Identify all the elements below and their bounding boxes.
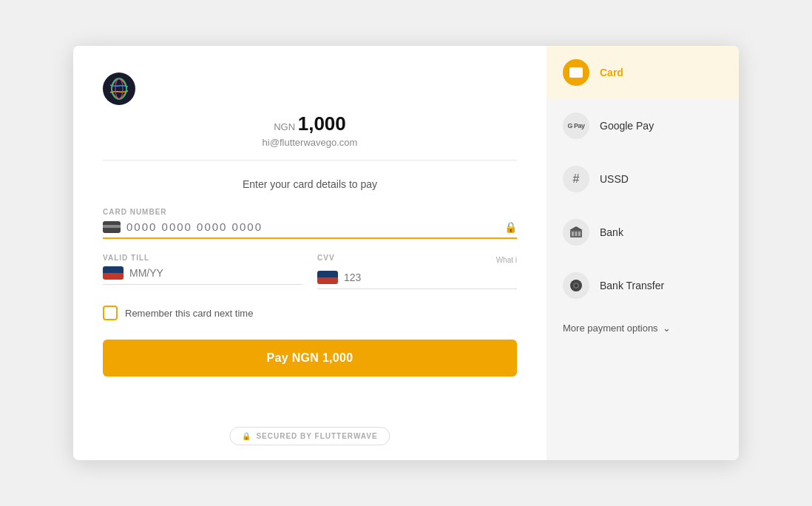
payer-email: hi@flutterwavego.com <box>103 137 517 148</box>
card-number-label: CARD NUMBER <box>103 208 517 216</box>
svg-rect-6 <box>569 70 583 72</box>
bank-option-icon <box>563 219 589 246</box>
cvv-group: CVV What i <box>317 254 517 289</box>
payment-option-card[interactable]: Card <box>547 46 739 99</box>
card-number-wrap: 🔒 <box>103 220 517 239</box>
card-flag-expiry <box>103 266 124 280</box>
card-form: CARD NUMBER 🔒 VALID TILL <box>103 208 517 377</box>
ussd-option-label: USSD <box>600 173 629 185</box>
more-options-label: More payment options <box>563 323 658 334</box>
hash-icon: # <box>573 172 580 186</box>
payment-option-google-pay[interactable]: G Pay Google Pay <box>547 99 739 152</box>
svg-point-0 <box>106 76 132 101</box>
logo-wrap <box>103 72 517 105</box>
pay-button[interactable]: Pay NGN 1,000 <box>103 340 517 377</box>
cvv-input[interactable] <box>344 271 517 283</box>
payment-option-ussd[interactable]: # USSD <box>547 152 739 206</box>
amount-area: NGN 1,000 hi@flutterwavego.com <box>103 112 517 161</box>
card-option-label: Card <box>600 67 623 78</box>
lock-secured-icon: 🔒 <box>242 432 251 440</box>
payment-option-bank-transfer[interactable]: Bank Transfer <box>547 259 739 312</box>
brand-logo <box>103 72 135 105</box>
card-option-icon <box>563 59 589 86</box>
expiry-input[interactable] <box>129 267 302 279</box>
valid-till-field-row <box>103 266 302 285</box>
card-number-input[interactable] <box>126 220 504 233</box>
bank-transfer-option-icon <box>563 272 589 299</box>
bank-option-label: Bank <box>600 226 623 238</box>
payment-option-bank[interactable]: Bank <box>547 206 739 259</box>
card-type-icon <box>103 221 121 233</box>
bank-transfer-option-label: Bank Transfer <box>600 280 664 291</box>
svg-rect-7 <box>571 74 575 75</box>
svg-rect-5 <box>569 67 583 78</box>
svg-point-15 <box>575 284 578 287</box>
expiry-cvv-row: VALID TILL CVV What i <box>103 254 517 289</box>
lock-icon: 🔒 <box>504 221 517 233</box>
what-is-this-link[interactable]: What i <box>496 256 517 264</box>
chevron-down-icon: ⌄ <box>663 323 671 334</box>
valid-till-group: VALID TILL <box>103 254 302 289</box>
svg-rect-10 <box>575 232 578 236</box>
header-area: NGN 1,000 hi@flutterwavego.com <box>103 72 517 172</box>
svg-rect-9 <box>572 232 574 236</box>
svg-marker-12 <box>569 226 583 230</box>
secured-footer: 🔒 SECURED BY FLUTTERWAVE <box>229 427 390 445</box>
google-pay-option-icon: G Pay <box>563 112 589 139</box>
secured-label: SECURED BY FLUTTERWAVE <box>256 432 377 440</box>
form-instruction: Enter your card details to pay <box>103 178 517 190</box>
cvv-field-row <box>317 271 517 289</box>
more-options[interactable]: More payment options ⌄ <box>547 312 739 344</box>
valid-till-label: VALID TILL <box>103 254 302 262</box>
left-panel: NGN 1,000 hi@flutterwavego.com Enter you… <box>73 46 547 460</box>
amount-display: NGN 1,000 <box>103 112 517 135</box>
remember-row: Remember this card next time <box>103 306 517 320</box>
cvv-label: CVV <box>317 254 335 262</box>
card-flag-cvv <box>317 271 338 284</box>
remember-checkbox[interactable] <box>103 306 118 320</box>
remember-label: Remember this card next time <box>125 308 253 319</box>
svg-rect-11 <box>578 232 581 236</box>
google-pay-option-label: Google Pay <box>600 120 654 132</box>
payment-modal: NGN 1,000 hi@flutterwavego.com Enter you… <box>73 46 739 460</box>
svg-rect-4 <box>103 225 121 228</box>
right-panel: Card G Pay Google Pay # USSD <box>547 46 739 460</box>
ussd-option-icon: # <box>563 166 589 192</box>
cvv-label-row: CVV What i <box>317 254 517 266</box>
